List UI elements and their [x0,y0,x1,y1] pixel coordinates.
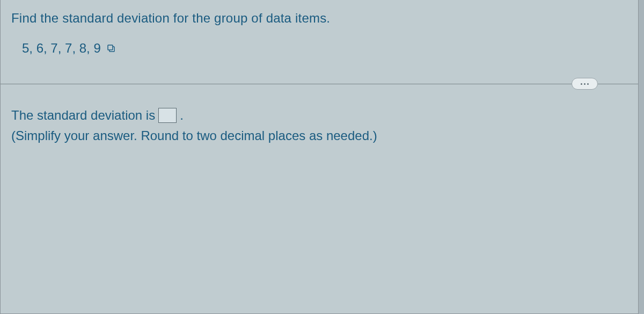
question-top-section: Find the standard deviation for the grou… [1,0,638,72]
section-divider [1,77,638,90]
divider-line [1,84,638,84]
answer-section: The standard deviation is . (Simplify yo… [1,90,638,155]
more-options-button[interactable] [572,78,598,90]
dot-icon [584,83,586,85]
question-instruction: Find the standard deviation for the grou… [11,11,627,26]
svg-rect-1 [108,45,113,50]
answer-hint: (Simplify your answer. Round to two deci… [11,127,627,145]
question-panel: Find the standard deviation for the grou… [0,0,639,314]
answer-input[interactable] [158,108,177,123]
dot-icon [581,83,582,85]
answer-prefix: The standard deviation is [11,106,155,125]
data-row: 5, 6, 7, 7, 8, 9 [11,41,627,56]
dot-icon [587,83,589,85]
data-items-text: 5, 6, 7, 7, 8, 9 [22,41,101,56]
answer-line: The standard deviation is . [11,106,627,125]
copy-icon[interactable] [106,43,116,53]
answer-suffix: . [180,106,184,125]
